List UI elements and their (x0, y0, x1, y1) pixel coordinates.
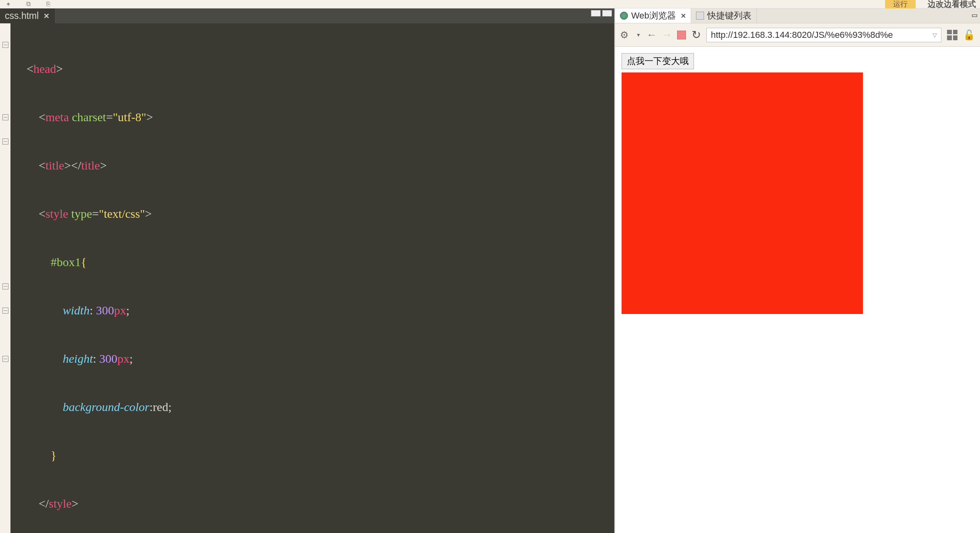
close-icon[interactable]: ✕ (43, 12, 49, 21)
browser-tab-bar: Web浏览器 ✕ 快捷键列表 ▭ (615, 8, 980, 23)
reload-button[interactable]: ↻ (692, 28, 701, 41)
chevron-down-icon[interactable]: ▽ (933, 32, 937, 38)
editor-pane: css.html ✕ (0, 8, 614, 533)
url-input[interactable]: http://192.168.3.144:8020/JS/%e6%93%8d%e… (706, 28, 941, 42)
chevron-down-icon[interactable]: ▼ (636, 32, 641, 38)
fold-icon[interactable] (2, 356, 8, 362)
stop-button[interactable] (677, 31, 686, 39)
browser-pane: Web浏览器 ✕ 快捷键列表 ▭ ⚙ ▼ ← → ↻ http://192.16… (614, 8, 980, 533)
editor-tab[interactable]: css.html ✕ (0, 8, 56, 23)
browser-toolbar: ⚙ ▼ ← → ↻ http://192.168.3.144:8020/JS/%… (615, 23, 980, 47)
demo-enlarge-button[interactable]: 点我一下变大哦 (622, 53, 694, 69)
browser-tab-shortcuts[interactable]: 快捷键列表 (691, 8, 757, 23)
editor-tab-bar: css.html ✕ (0, 8, 614, 23)
box1-element (622, 72, 863, 314)
close-icon[interactable]: ✕ (681, 12, 686, 20)
url-text: http://192.168.3.144:8020/JS/%e6%93%8d%e (711, 30, 893, 40)
pane-window-controls (591, 10, 612, 17)
browser-viewport: 点我一下变大哦 (615, 47, 980, 533)
gear-icon[interactable]: ⚙ (620, 30, 630, 40)
code-editor[interactable]: <head> <meta charset="utf-8"> <title></t… (0, 23, 614, 533)
globe-icon (620, 12, 628, 20)
main-split: css.html ✕ (0, 8, 980, 533)
fold-icon[interactable] (2, 283, 8, 289)
toolbar-icon[interactable]: ⧉ (24, 1, 32, 7)
tab-label: Web浏览器 (631, 10, 676, 22)
toolbar-icon[interactable]: ✦ (4, 1, 12, 7)
fold-icon[interactable] (2, 42, 8, 48)
minimize-icon[interactable] (591, 10, 601, 17)
fold-icon[interactable] (2, 138, 8, 145)
forward-button[interactable]: → (662, 29, 671, 41)
back-button[interactable]: ← (646, 29, 656, 41)
tab-filename: css.html (5, 10, 39, 21)
fold-gutter (0, 23, 10, 533)
browser-tab-web[interactable]: Web浏览器 ✕ (615, 8, 691, 23)
toolbar-icon[interactable]: ⎘ (44, 1, 52, 7)
pane-maximize-icon[interactable]: ▭ (972, 11, 978, 19)
live-edit-mode-label[interactable]: 边改边看模式 (928, 0, 976, 10)
maximize-icon[interactable] (602, 10, 612, 17)
top-toolbar: ✦ ⧉ ⎘ 运行 边改边看模式 (0, 0, 980, 8)
fold-icon[interactable] (2, 308, 8, 314)
qr-icon[interactable] (947, 30, 957, 40)
code-content[interactable]: <head> <meta charset="utf-8"> <title></t… (10, 23, 614, 533)
lock-icon[interactable]: 🔓 (963, 29, 975, 41)
tab-label: 快捷键列表 (707, 10, 751, 22)
shortcut-icon (696, 12, 704, 20)
fold-icon[interactable] (2, 114, 8, 120)
